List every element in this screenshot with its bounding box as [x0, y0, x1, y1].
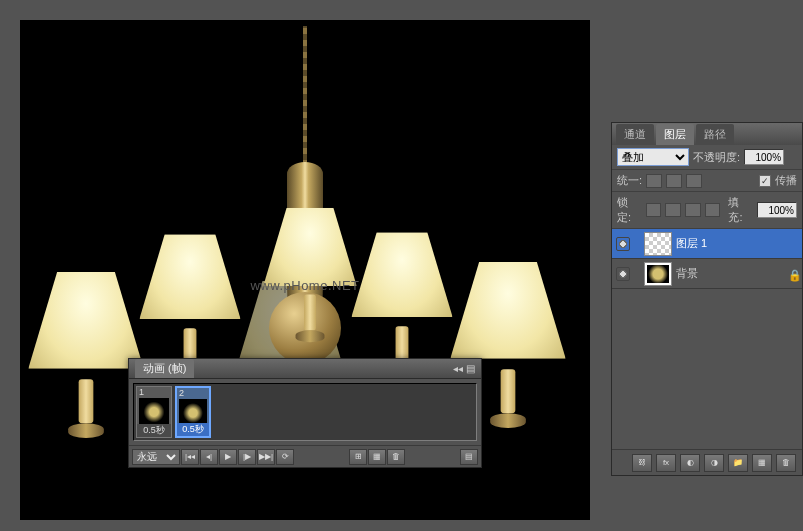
lock-icon: 🔒 [788, 269, 798, 279]
opacity-label: 不透明度: [693, 150, 740, 165]
watermark-text: www.pHome.NET [250, 278, 359, 293]
new-frame-button[interactable]: ▦ [368, 449, 386, 465]
tab-paths[interactable]: 路径 [696, 124, 734, 145]
layer-list: 图层 1 背景 🔒 [612, 229, 802, 449]
duplicate-frame-button[interactable]: ⊞ [349, 449, 367, 465]
tab-channels[interactable]: 通道 [616, 124, 654, 145]
layer-group-button[interactable]: 📁 [728, 454, 748, 472]
lock-all-icon[interactable] [705, 203, 721, 217]
layer-fx-button[interactable]: fx [656, 454, 676, 472]
animation-frame[interactable]: 1 0.5秒 [136, 386, 172, 438]
visibility-eye-icon[interactable] [616, 237, 630, 251]
layer-name-label[interactable]: 图层 1 [676, 236, 798, 251]
animation-frame[interactable]: 2 0.5秒 [175, 386, 211, 438]
layers-panel-tabs: 通道 图层 路径 [612, 123, 802, 145]
loop-select[interactable]: 永远 [132, 449, 180, 465]
visibility-eye-icon[interactable] [616, 267, 630, 281]
frames-strip: 1 0.5秒 2 0.5秒 [133, 383, 477, 441]
new-layer-button[interactable]: ▦ [752, 454, 772, 472]
frame-thumbnail [139, 398, 169, 426]
layer-row[interactable]: 图层 1 [612, 229, 802, 259]
fill-input[interactable] [757, 202, 797, 218]
unify-visibility-icon[interactable] [666, 174, 682, 188]
frame-delay[interactable]: 0.5秒 [137, 424, 171, 437]
frame-delay[interactable]: 0.5秒 [177, 423, 209, 436]
tab-layers[interactable]: 图层 [656, 124, 694, 145]
last-frame-button[interactable]: ▶▶| [257, 449, 275, 465]
prev-frame-button[interactable]: ◂| [200, 449, 218, 465]
animation-tab[interactable]: 动画 (帧) [135, 359, 194, 378]
layers-panel: 通道 图层 路径 叠加 不透明度: 统一: 传播 锁定: 填充: 图层 1 [611, 122, 803, 476]
unify-label: 统一: [617, 173, 642, 188]
lock-position-icon[interactable] [685, 203, 701, 217]
layer-name-label[interactable]: 背景 [676, 266, 784, 281]
layer-thumbnail[interactable] [644, 232, 672, 256]
blend-mode-select[interactable]: 叠加 [617, 148, 689, 166]
animation-footer: 永远 |◂◂ ◂| ▶ |▶ ▶▶| ⟳ ⊞ ▦ 🗑 ▤ [129, 445, 481, 467]
layer-thumbnail[interactable] [644, 262, 672, 286]
animation-panel-header[interactable]: 动画 (帧) ◂◂ ▤ [129, 359, 481, 379]
propagate-checkbox[interactable] [759, 175, 771, 187]
delete-layer-button[interactable]: 🗑 [776, 454, 796, 472]
link-layers-button[interactable]: ⛓ [632, 454, 652, 472]
delete-frame-button[interactable]: 🗑 [387, 449, 405, 465]
unify-position-icon[interactable] [646, 174, 662, 188]
panel-menu-icon[interactable]: ◂◂ ▤ [453, 363, 475, 374]
animation-panel: 动画 (帧) ◂◂ ▤ 1 0.5秒 2 0.5秒 永远 |◂◂ ◂| ▶ |▶… [128, 358, 482, 468]
unify-style-icon[interactable] [686, 174, 702, 188]
panel-options-button[interactable]: ▤ [460, 449, 478, 465]
next-frame-button[interactable]: |▶ [238, 449, 256, 465]
fill-label: 填充: [728, 195, 753, 225]
first-frame-button[interactable]: |◂◂ [181, 449, 199, 465]
tween-button[interactable]: ⟳ [276, 449, 294, 465]
opacity-input[interactable] [744, 149, 784, 165]
frame-number: 2 [179, 388, 184, 398]
layer-mask-button[interactable]: ◐ [680, 454, 700, 472]
lock-label: 锁定: [617, 195, 642, 225]
layer-row[interactable]: 背景 🔒 [612, 259, 802, 289]
lock-transparent-icon[interactable] [646, 203, 662, 217]
lock-pixels-icon[interactable] [665, 203, 681, 217]
frame-number: 1 [139, 387, 144, 397]
adjustment-layer-button[interactable]: ◑ [704, 454, 724, 472]
play-button[interactable]: ▶ [219, 449, 237, 465]
layers-panel-footer: ⛓ fx ◐ ◑ 📁 ▦ 🗑 [612, 449, 802, 475]
propagate-label: 传播 [775, 173, 797, 188]
